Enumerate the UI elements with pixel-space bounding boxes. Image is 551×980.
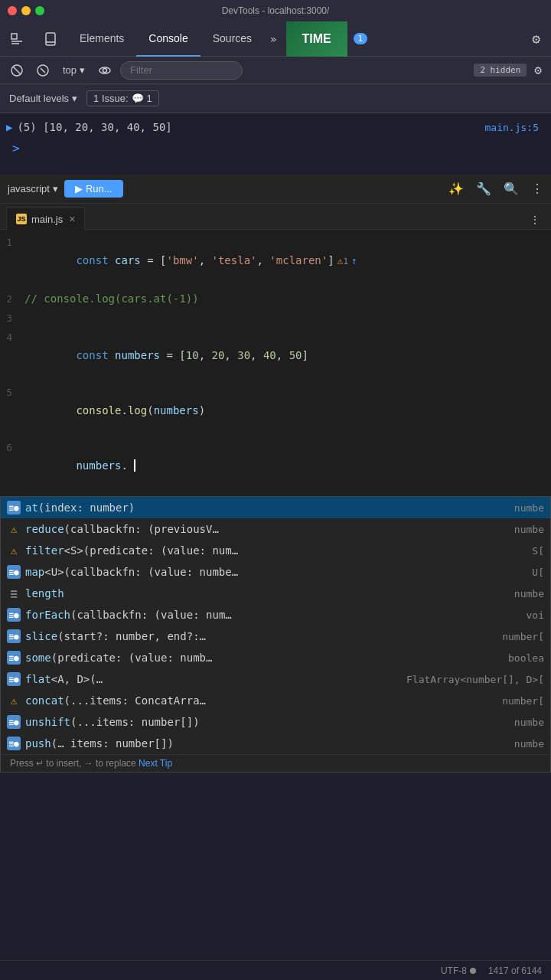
- ac-icon-forEach: ≡●: [7, 608, 21, 622]
- console-settings-icon[interactable]: ⚙: [531, 63, 545, 77]
- line-number-6: 6: [0, 439, 24, 457]
- ac-item-slice[interactable]: ≡● slice(start?: number, end?:… number[: [1, 626, 550, 647]
- ac-item-push[interactable]: ≡● push(… items: number[]) numbe: [1, 733, 550, 754]
- file-tab-more-icon[interactable]: ⋮: [525, 211, 545, 229]
- ac-method-length: length: [25, 587, 514, 599]
- minimize-dot[interactable]: [21, 6, 31, 15]
- line-content-5: console.log(numbers): [24, 383, 551, 438]
- line-number-2: 2: [0, 290, 24, 309]
- ac-icon-flat: ≡●: [7, 672, 21, 686]
- ac-item-concat[interactable]: ⚠ concat(...items: ConcatArra… number[: [1, 690, 550, 711]
- ac-item-length[interactable]: ≡ length numbe: [1, 583, 550, 604]
- status-bar: UTF-8 1417 of 6144: [0, 960, 551, 980]
- tab-sources[interactable]: Sources: [201, 21, 264, 57]
- close-dot[interactable]: [8, 6, 17, 15]
- brand-text: TIME: [302, 32, 331, 46]
- expand-arrow[interactable]: ▶: [6, 121, 12, 133]
- ac-method-map: map<U>(callbackfn: (value: numbe…: [25, 566, 532, 578]
- line-number-4: 4: [0, 328, 24, 347]
- hidden-count-badge: 2 hidden: [474, 64, 527, 77]
- close-tab-button[interactable]: ×: [69, 213, 75, 225]
- autocomplete-tip: Press ↵ to insert, → to replace Next Tip: [1, 754, 550, 772]
- notification-badge: 1: [354, 33, 368, 44]
- ac-method-push: push(… items: number[]): [25, 737, 514, 750]
- settings-icon[interactable]: ⚙: [524, 31, 548, 47]
- ac-item-map[interactable]: ≡● map<U>(callbackfn: (value: numbe… U[: [1, 561, 550, 583]
- ac-item-flat[interactable]: ≡● flat<A, D>(… FlatArray<number[], D>[: [1, 668, 550, 690]
- wrench-icon[interactable]: 🔧: [476, 181, 491, 196]
- line-number-1: 1: [0, 234, 24, 252]
- ac-item-reduce[interactable]: ⚠ reduce(callbackfn: (previousV… numbe: [1, 518, 550, 540]
- js-file-icon: JS: [16, 214, 27, 224]
- ac-item-some[interactable]: ≡● some(predicate: (value: numb… boolea: [1, 647, 550, 668]
- search-icon[interactable]: 🔍: [504, 181, 519, 196]
- ac-item-filter[interactable]: ⚠ filter<S>(predicate: (value: num… S[: [1, 540, 550, 561]
- code-line-2: 2 // console.log(cars.at(-1)): [0, 289, 551, 309]
- more-icon[interactable]: ⋮: [531, 181, 543, 196]
- brand-overlay: TIME: [286, 21, 347, 57]
- stop-icon[interactable]: [32, 60, 54, 81]
- svg-point-7: [103, 68, 107, 72]
- next-tip-link[interactable]: Next Tip: [139, 758, 172, 769]
- file-tab-main-js[interactable]: JS main.js ×: [6, 207, 85, 230]
- tab-console[interactable]: Console: [136, 21, 200, 57]
- line-number-3: 3: [0, 309, 24, 328]
- inspector-icon[interactable]: [0, 21, 34, 57]
- language-selector[interactable]: javascript ▾: [8, 183, 58, 194]
- ac-type-length: numbe: [514, 588, 544, 599]
- code-line-6: 6 numbers.: [0, 438, 551, 493]
- line-content-6: numbers.: [24, 438, 551, 493]
- default-levels-dropdown[interactable]: Default levels ▾: [9, 93, 77, 104]
- issue-icon: 💬: [132, 93, 144, 104]
- issues-chip[interactable]: 1 Issue: 💬 1: [86, 90, 159, 106]
- console-output: ▶ (5) [10, 20, 30, 40, 50] main.js:5 >: [0, 113, 551, 175]
- editor-container: javascript ▾ ▶ Run... ✨ 🔧 🔍 ⋮ JS main.js…: [0, 175, 551, 773]
- context-dropdown[interactable]: top ▾: [58, 63, 90, 77]
- console-toolbar: top ▾ 2 hidden ⚙: [0, 57, 551, 84]
- ac-method-some: some(predicate: (value: numb…: [25, 652, 508, 664]
- line-content-1: const cars = ['bmw', 'tesla', 'mclaren']…: [24, 233, 551, 289]
- ac-type-reduce: numbe: [514, 524, 544, 535]
- window-title: DevTools - localhost:3000/: [222, 5, 330, 16]
- code-line-1: 1 const cars = ['bmw', 'tesla', 'mclaren…: [0, 233, 551, 289]
- tab-more[interactable]: »: [264, 33, 282, 45]
- tab-elements[interactable]: Elements: [67, 21, 136, 57]
- line-content-2: // console.log(cars.at(-1)): [24, 289, 551, 308]
- console-prompt-line: >: [0, 136, 551, 160]
- ac-icon-at: ≡●: [7, 501, 21, 514]
- autocomplete-dropdown: ≡● at(index: number) numbe ⚠ reduce(call…: [0, 496, 551, 773]
- line-content-3: [24, 309, 551, 327]
- ac-item-unshift[interactable]: ≡● unshift(...items: number[]) numbe: [1, 711, 550, 733]
- ac-method-forEach: forEach(callbackfn: (value: num…: [25, 609, 527, 621]
- ac-type-filter: S[: [532, 545, 544, 557]
- encoding-status: UTF-8: [441, 965, 476, 976]
- svg-line-5: [41, 68, 45, 73]
- ac-method-reduce: reduce(callbackfn: (previousV…: [25, 523, 514, 535]
- ac-icon-map: ≡●: [7, 565, 21, 579]
- ac-type-map: U[: [532, 567, 544, 578]
- ac-type-push: numbe: [514, 738, 544, 750]
- ac-item-forEach[interactable]: ≡● forEach(callbackfn: (value: num… voi: [1, 604, 550, 626]
- ac-item-at[interactable]: ≡● at(index: number) numbe: [1, 497, 550, 518]
- ac-method-slice: slice(start?: number, end?:…: [25, 630, 502, 642]
- ac-icon-filter: ⚠: [7, 544, 21, 557]
- code-editor[interactable]: 1 const cars = ['bmw', 'tesla', 'mclaren…: [0, 230, 551, 496]
- run-button[interactable]: ▶ Run...: [64, 180, 123, 198]
- window-controls: [8, 6, 44, 15]
- svg-rect-0: [46, 33, 55, 45]
- ac-type-flat: FlatArray<number[], D>[: [406, 674, 544, 685]
- ac-type-at: numbe: [514, 502, 544, 514]
- device-mode-icon[interactable]: [34, 21, 67, 57]
- clear-console-button[interactable]: [6, 60, 28, 81]
- sparkle-icon[interactable]: ✨: [448, 181, 464, 196]
- console-prompt-icon[interactable]: >: [6, 138, 26, 158]
- ac-icon-some: ≡●: [7, 651, 21, 665]
- filter-input[interactable]: [120, 61, 243, 80]
- file-reference[interactable]: main.js:5: [485, 122, 545, 133]
- editor-titlebar: javascript ▾ ▶ Run... ✨ 🔧 🔍 ⋮: [0, 175, 551, 204]
- status-indicator: [470, 968, 476, 974]
- svg-line-3: [13, 67, 21, 74]
- maximize-dot[interactable]: [35, 6, 44, 15]
- eye-icon[interactable]: [94, 60, 116, 81]
- ac-type-unshift: numbe: [514, 717, 544, 728]
